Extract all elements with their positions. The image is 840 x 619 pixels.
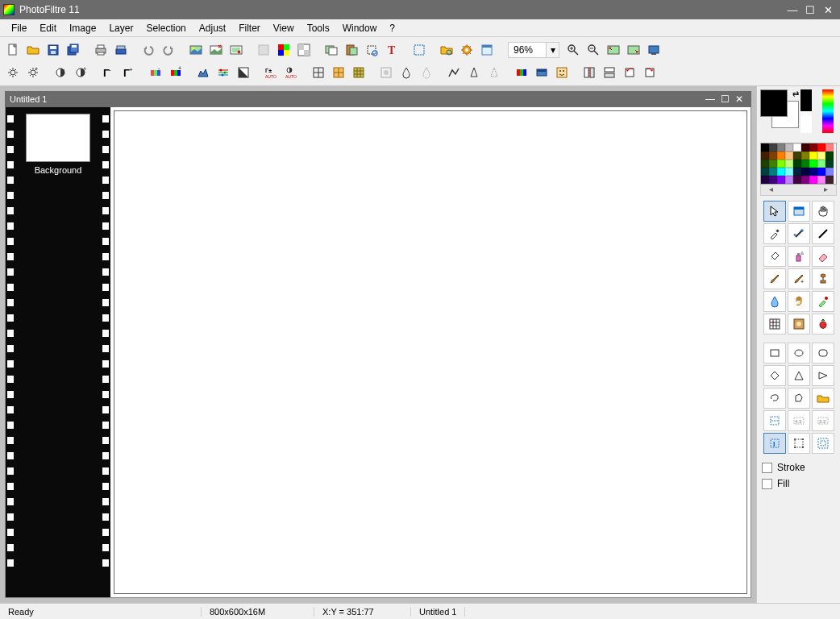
palette-swatch[interactable] [777, 152, 785, 160]
hand-tool[interactable] [812, 201, 834, 222]
flip-h-icon[interactable] [580, 63, 599, 82]
gradient-icon[interactable] [532, 63, 551, 82]
sharpen-outline-icon[interactable] [484, 63, 504, 82]
palette-swatch[interactable] [809, 143, 817, 152]
explorer-icon[interactable] [437, 40, 456, 60]
option-d-icon[interactable]: I [763, 433, 786, 454]
color-palette[interactable] [760, 143, 837, 185]
paste-image-icon[interactable] [342, 40, 361, 60]
sharpen-icon[interactable] [464, 63, 484, 82]
palette-swatch[interactable] [825, 152, 834, 160]
swap-colors-icon[interactable]: ⇄ [792, 89, 799, 98]
bw-strip[interactable] [800, 89, 812, 133]
layer-thumbnail[interactable] [26, 114, 90, 162]
palette-swatch[interactable] [777, 176, 785, 184]
contrast-plus-icon[interactable]: + [71, 63, 90, 82]
palette-swatch[interactable] [793, 168, 801, 176]
palette-swatch[interactable] [801, 176, 809, 184]
zoom-combo[interactable]: 96% ▾ [508, 42, 559, 58]
selection-tool[interactable] [788, 201, 810, 222]
option-f-icon[interactable] [812, 433, 834, 454]
actual-size-icon[interactable] [624, 40, 643, 60]
palette-swatch[interactable] [817, 143, 825, 152]
spray-tool[interactable] [788, 246, 810, 267]
palette-swatch[interactable] [793, 152, 801, 160]
drop-outline-icon[interactable] [417, 63, 436, 82]
triangle-shape[interactable] [788, 365, 810, 386]
relief-icon[interactable] [444, 63, 464, 82]
blur-tool[interactable] [763, 291, 786, 312]
stamp-tool[interactable] [812, 268, 834, 289]
palette-next-icon[interactable]: ▸ [824, 185, 828, 195]
brightness-plus-icon[interactable]: + [23, 63, 43, 82]
zoom-value[interactable]: 96% [508, 42, 547, 58]
palette-swatch[interactable] [817, 160, 825, 168]
brush-tool[interactable] [763, 268, 786, 289]
minimize-button[interactable]: — [784, 4, 801, 15]
print-icon[interactable] [91, 40, 110, 60]
open-shape-icon[interactable] [812, 388, 834, 409]
blur-icon[interactable] [376, 63, 396, 82]
bucket-tool[interactable] [763, 246, 786, 267]
advanced-brush-tool[interactable]: + [788, 268, 810, 289]
gamma-minus-icon[interactable]: Γ- [98, 63, 118, 82]
strawberry-tool[interactable] [812, 314, 834, 334]
palette-swatch[interactable] [785, 176, 793, 184]
save-all-icon[interactable] [64, 40, 83, 60]
crop-icon[interactable] [362, 40, 381, 60]
palette-swatch[interactable] [793, 160, 801, 168]
eyedropper-tool[interactable] [763, 223, 786, 244]
preferences-icon[interactable] [477, 40, 497, 60]
close-button[interactable]: ✕ [819, 4, 837, 15]
pointer-tool[interactable] [763, 201, 786, 222]
palette-swatch[interactable] [769, 168, 777, 176]
ratio-43-icon[interactable]: 4:3 [788, 410, 810, 431]
fullscreen-icon[interactable] [644, 40, 663, 60]
rotate-right-icon[interactable] [640, 63, 659, 82]
palette-swatch[interactable] [785, 143, 793, 152]
diamond-shape[interactable] [763, 365, 786, 386]
copy-image-icon[interactable] [322, 40, 341, 60]
rgb-icon[interactable] [274, 40, 293, 60]
palette-swatch[interactable] [761, 143, 769, 152]
zoom-dropdown-icon[interactable]: ▾ [547, 42, 559, 58]
eraser-tool[interactable] [812, 246, 834, 267]
fill-checkbox[interactable]: Fill [762, 478, 835, 489]
palette-swatch[interactable] [825, 168, 834, 176]
wand-tool[interactable] [788, 223, 810, 244]
image-1-icon[interactable] [186, 40, 206, 60]
palette-swatch[interactable] [817, 152, 825, 160]
ellipse-shape[interactable] [788, 343, 810, 364]
contrast-minus-icon[interactable]: - [51, 63, 70, 82]
undo-icon[interactable] [139, 40, 158, 60]
rounded-rect-shape[interactable] [812, 343, 834, 364]
palette-swatch[interactable] [817, 176, 825, 184]
art-tool[interactable] [788, 314, 810, 334]
lasso-shape[interactable] [763, 388, 786, 409]
option-a-icon[interactable] [763, 410, 786, 431]
palette-swatch[interactable] [793, 143, 801, 152]
palette-swatch[interactable] [801, 152, 809, 160]
ratio-32-icon[interactable]: 3:2 [812, 410, 834, 431]
canvas[interactable] [114, 110, 747, 594]
foreground-color-swatch[interactable] [760, 89, 788, 117]
selection-border-icon[interactable] [410, 40, 429, 60]
palette-swatch[interactable] [761, 168, 769, 176]
image-3-icon[interactable] [227, 40, 246, 60]
menu-selection[interactable]: Selection [139, 20, 192, 36]
menu-filter[interactable]: Filter [232, 20, 267, 36]
palette-swatch[interactable] [769, 160, 777, 168]
stroke-checkbox[interactable]: Stroke [762, 462, 835, 473]
drop-icon[interactable] [397, 63, 416, 82]
option-e-icon[interactable] [788, 433, 810, 454]
zoom-in-icon[interactable] [563, 40, 583, 60]
menu-file[interactable]: File [5, 20, 33, 36]
palette-swatch[interactable] [809, 160, 817, 168]
palette-swatch[interactable] [761, 176, 769, 184]
rgb-disabled-icon[interactable] [254, 40, 273, 60]
image-2-icon[interactable] [206, 40, 226, 60]
menu-view[interactable]: View [267, 20, 301, 36]
distort-tool[interactable] [763, 314, 786, 334]
doc-maximize-button[interactable]: ☐ [717, 93, 732, 105]
palette-swatch[interactable] [825, 143, 834, 152]
